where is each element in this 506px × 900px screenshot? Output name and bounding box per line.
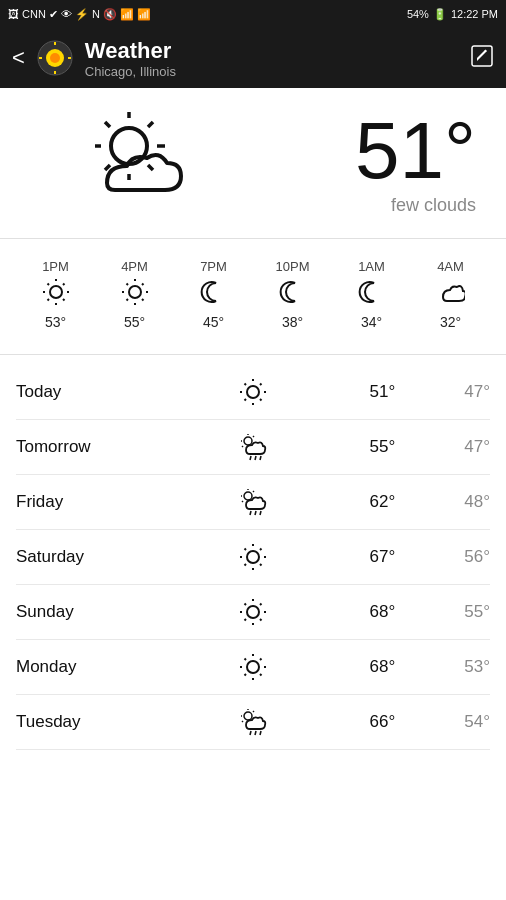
svg-point-44	[244, 437, 252, 445]
status-right: 54% 🔋 12:22 PM	[407, 8, 498, 21]
hourly-icon	[200, 278, 228, 310]
daily-high: 68°	[300, 602, 395, 622]
hourly-temp: 32°	[440, 314, 461, 330]
daily-section: Today 51° 47° Tomorrow 55° 47° Friday	[0, 365, 506, 750]
svg-line-65	[244, 549, 246, 551]
hourly-section: 1PM 53° 4PM 55° 7PM 45° 10PM 38	[0, 249, 506, 344]
status-bar: 🖼 CNN ✔ 👁 ⚡ N 🔇 📶 📶 54% 🔋 12:22 PM	[0, 0, 506, 28]
hourly-item: 1AM 34°	[332, 259, 411, 330]
svg-line-34	[126, 299, 128, 301]
daily-icon	[206, 598, 301, 626]
daily-low: 48°	[395, 492, 490, 512]
hourly-icon	[279, 278, 307, 310]
current-weather-section: 51° few clouds	[0, 88, 506, 228]
daily-low: 47°	[395, 437, 490, 457]
daily-low: 54°	[395, 712, 490, 732]
svg-point-78	[247, 661, 259, 673]
hourly-time: 4PM	[121, 259, 148, 274]
svg-line-42	[260, 384, 262, 386]
app-icon	[35, 38, 75, 78]
svg-line-40	[244, 384, 246, 386]
svg-line-43	[244, 399, 246, 401]
location-subtitle: Chicago, Illinois	[85, 64, 470, 79]
edit-button[interactable]	[470, 44, 494, 73]
back-button[interactable]: <	[12, 45, 25, 71]
daily-low: 53°	[395, 657, 490, 677]
svg-line-66	[260, 564, 262, 566]
svg-line-77	[244, 619, 246, 621]
svg-line-50	[255, 456, 256, 460]
daily-icon	[206, 653, 301, 681]
svg-line-57	[250, 511, 251, 515]
svg-line-24	[63, 284, 65, 286]
daily-icon	[206, 488, 301, 516]
hourly-temp: 38°	[282, 314, 303, 330]
hourly-icon	[121, 278, 149, 310]
time: 12:22 PM	[451, 8, 498, 20]
svg-line-32	[142, 299, 144, 301]
current-weather-icon	[30, 108, 253, 218]
svg-line-22	[47, 284, 49, 286]
daily-high: 55°	[300, 437, 395, 457]
current-temperature: 51°	[253, 111, 476, 191]
notification-icons: 🖼 CNN ✔ 👁 ⚡ N 🔇 📶 📶	[8, 8, 151, 21]
app-title: Weather	[85, 38, 470, 64]
daily-high: 51°	[300, 382, 395, 402]
svg-line-23	[63, 299, 65, 301]
battery-percent: 54%	[407, 8, 429, 20]
hourly-icon	[42, 278, 70, 310]
svg-line-58	[255, 511, 256, 515]
hourly-temp: 53°	[45, 314, 66, 330]
svg-point-17	[50, 286, 62, 298]
svg-line-94	[260, 731, 261, 735]
hourly-time: 4AM	[437, 259, 464, 274]
svg-line-49	[250, 456, 251, 460]
svg-line-75	[260, 619, 262, 621]
daily-high: 68°	[300, 657, 395, 677]
daily-low: 55°	[395, 602, 490, 622]
svg-line-59	[260, 511, 261, 515]
svg-line-86	[244, 674, 246, 676]
hourly-item: 10PM 38°	[253, 259, 332, 330]
hourly-icon	[358, 278, 386, 310]
svg-point-69	[247, 606, 259, 618]
status-left: 🖼 CNN ✔ 👁 ⚡ N 🔇 📶 📶	[8, 8, 151, 21]
svg-line-84	[260, 674, 262, 676]
daily-day: Saturday	[16, 547, 206, 567]
app-header: < Weather Chicago, Illinois	[0, 28, 506, 88]
hourly-temp: 55°	[124, 314, 145, 330]
svg-line-48	[242, 446, 243, 447]
battery-icon: 🔋	[433, 8, 447, 21]
hourly-time: 1AM	[358, 259, 385, 274]
hourly-item: 1PM 53°	[16, 259, 95, 330]
daily-row: Saturday 67° 56°	[16, 530, 490, 585]
svg-line-51	[260, 456, 261, 460]
daily-icon	[206, 543, 301, 571]
svg-line-83	[244, 659, 246, 661]
daily-high: 67°	[300, 547, 395, 567]
svg-line-68	[244, 564, 246, 566]
daily-day: Friday	[16, 492, 206, 512]
daily-row: Sunday 68° 55°	[16, 585, 490, 640]
svg-point-87	[244, 712, 252, 720]
temperature-block: 51° few clouds	[253, 111, 476, 216]
svg-line-25	[47, 299, 49, 301]
daily-low: 47°	[395, 382, 490, 402]
svg-point-26	[129, 286, 141, 298]
svg-point-2	[50, 53, 60, 63]
hourly-item: 4PM 55°	[95, 259, 174, 330]
svg-point-52	[244, 492, 252, 500]
hourly-item: 4AM 32°	[411, 259, 490, 330]
svg-line-14	[148, 165, 153, 170]
svg-line-33	[142, 284, 144, 286]
svg-line-85	[260, 659, 262, 661]
svg-line-74	[244, 604, 246, 606]
hourly-time: 1PM	[42, 259, 69, 274]
daily-row: Tomorrow 55° 47°	[16, 420, 490, 475]
svg-line-93	[255, 731, 256, 735]
svg-line-55	[253, 491, 254, 492]
daily-day: Monday	[16, 657, 206, 677]
daily-icon	[206, 708, 301, 736]
daily-icon	[206, 433, 301, 461]
daily-high: 62°	[300, 492, 395, 512]
